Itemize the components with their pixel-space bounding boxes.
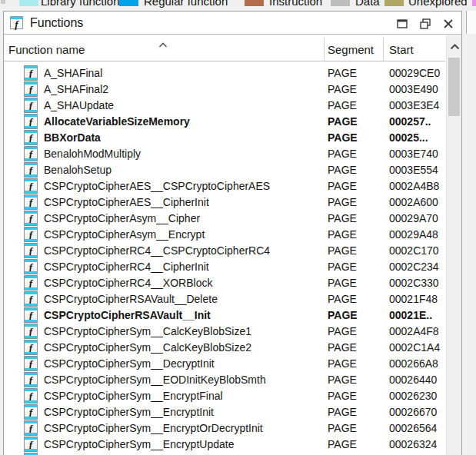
table-row[interactable]: fCSPCryptoCipherSym__EncryptOrDecryptIni… (4, 420, 445, 437)
function-start-address: 00021F48 (389, 291, 445, 307)
function-icon: f (24, 372, 38, 387)
column-divider[interactable] (324, 38, 325, 61)
function-segment: PAGE (328, 178, 381, 194)
function-segment: PAGE (328, 275, 381, 291)
function-segment: PAGE (328, 162, 381, 178)
function-start-address: 000257.. (389, 114, 445, 130)
function-name: CSPCryptoCipherSym__EncryptInit (44, 404, 322, 420)
table-row[interactable]: fCSPCryptoCipherRSAVault__DeletePAGE0002… (4, 291, 445, 307)
function-icon: f (24, 65, 38, 81)
function-segment: PAGE (328, 388, 381, 404)
legend-swatch-5 (472, 0, 476, 6)
function-name: A_SHAFinal (44, 65, 322, 81)
function-start-address: 0002C234 (389, 259, 445, 275)
table-header: Function name Segment Start (4, 35, 445, 61)
vertical-scrollbar[interactable] (446, 35, 461, 455)
function-icon: f (24, 114, 38, 129)
table-row[interactable]: fA_SHAFinal2PAGE0003E490 (4, 81, 445, 98)
function-segment: PAGE (328, 98, 381, 114)
function-name: CSPCryptoCipherRC4__XORBlock (44, 275, 322, 291)
table-row[interactable]: fCSPCryptoCipherAsym__CipherPAGE00029A70 (4, 211, 445, 227)
function-start-address: 00026670 (389, 404, 445, 420)
window-title: Functions (30, 16, 83, 30)
function-icon: f (24, 146, 38, 161)
function-start-address: 0002C1A4 (389, 340, 445, 356)
table-row[interactable]: fA_SHAUpdatePAGE0003E3E4 (4, 98, 445, 114)
function-name: BBXorData (44, 130, 322, 146)
function-segment: PAGE (328, 194, 381, 211)
table-row[interactable]: fCSPCryptoCipherSym__EncryptFinalPAGE000… (4, 388, 445, 404)
function-name: CSPCryptoCipherSym__EncryptUpdate (44, 437, 322, 453)
function-icon: f (24, 243, 38, 258)
table-row[interactable]: fCSPCryptoCipherAES__CSPCryptoCipherAESP… (4, 178, 445, 194)
column-divider[interactable] (383, 38, 384, 61)
function-list: fA_SHAFinalPAGE00029CE0fA_SHAFinal2PAGE0… (4, 65, 445, 455)
scrollbar-thumb[interactable] (448, 58, 460, 116)
function-name: CSPCryptoCipherAsym__Encrypt (44, 227, 322, 243)
legend-label: Library function (41, 0, 120, 8)
legend-swatch-0 (19, 0, 38, 6)
column-header-start[interactable]: Start (389, 35, 444, 61)
column-header-function-name[interactable]: Function name (8, 35, 322, 61)
table-row[interactable]: fCSPCryptoCipherSym__CalcKeyBlobSize2PAG… (4, 340, 445, 356)
table-row[interactable]: fCSPCryptoCipherRC4__CSPCryptoCipherRC4P… (4, 243, 445, 259)
functions-window: f Functions Function (3, 11, 462, 455)
legend-swatch-2 (245, 0, 264, 6)
function-start-address: 0002A600 (389, 194, 445, 211)
function-name: CSPCryptoCipherSym__EODInitKeyBlobSmth (44, 372, 322, 388)
legend-label: Regular function (144, 0, 228, 8)
function-name: CSPCryptoCipherSym__EncryptOrDecryptInit (44, 420, 322, 437)
table-row[interactable]: fCSPCryptoCipherSym__EODInitKeyBlobSmthP… (4, 372, 445, 388)
function-start-address: 00026440 (389, 372, 445, 388)
close-icon[interactable] (441, 17, 455, 31)
function-icon: f (24, 324, 38, 339)
table-row[interactable]: fBenalohModMultiplyPAGE0003E740 (4, 146, 445, 162)
function-start-address: 00025... (389, 130, 445, 146)
legend-label: Unexplored (408, 0, 468, 8)
table-row[interactable]: fCSPCryptoCipherAES__CipherInitPAGE0002A… (4, 194, 445, 211)
table-row[interactable]: fCSPCryptoCipherRC4__CipherInitPAGE0002C… (4, 259, 445, 275)
function-segment: PAGE (328, 340, 381, 356)
function-start-address: 0002C330 (389, 275, 445, 291)
function-name: A_SHAUpdate (44, 98, 322, 114)
table-row[interactable]: fBBXorDataPAGE00025... (4, 130, 445, 146)
function-start-address: 00026324 (389, 437, 445, 453)
legend-swatch-4 (384, 0, 404, 6)
function-name: CSPCryptoCipherAES__CSPCryptoCipherAES (44, 178, 322, 194)
function-icon: f (24, 420, 38, 436)
table-row[interactable]: fAllocateVariableSizeMemoryPAGE000257.. (4, 114, 445, 130)
maximize-button[interactable] (395, 17, 409, 31)
function-segment: PAGE (328, 324, 381, 340)
table-row[interactable]: fCSPCryptoCipherSym__CalcKeyBlobSize1PAG… (4, 324, 445, 340)
table-row[interactable]: fCSPCryptoCipherSym__EncryptInitPAGE0002… (4, 404, 445, 420)
function-start-address: 0002A4F8 (389, 324, 445, 340)
legend-partial-item (1, 0, 5, 4)
legend-label: Data (355, 0, 380, 8)
table-row[interactable]: fCSPCryptoCipherRSAVault__InitPAGE00021E… (4, 307, 445, 324)
legend-swatch-3 (331, 0, 350, 6)
function-name: CSPCryptoCipherSym__DecryptInit (44, 356, 322, 372)
table-row[interactable]: fCSPCryptoCipherSym__EncryptUpdatePAGE00… (4, 437, 445, 453)
function-segment: PAGE (328, 437, 381, 453)
adjacent-panel-edge (466, 11, 476, 34)
table-row[interactable]: fBenalohSetupPAGE0003E554 (4, 162, 445, 178)
table-row[interactable]: fA_SHAFinalPAGE00029CE0 (4, 65, 445, 81)
legend-label: Instruction (269, 0, 322, 8)
function-start-address: 00026230 (389, 388, 445, 404)
scroll-up-icon[interactable] (447, 40, 462, 54)
function-icon: f (24, 227, 38, 242)
column-header-segment[interactable]: Segment (328, 35, 381, 61)
functions-window-titlebar[interactable]: f Functions (4, 12, 461, 35)
table-row[interactable]: fCSPCryptoCipherAsym__EncryptPAGE00029A4… (4, 227, 445, 243)
function-start-address: 0003E3E4 (389, 98, 445, 114)
function-start-address: 00026564 (389, 420, 445, 437)
function-name: CSPCryptoCipherSym__CalcKeyBlobSize2 (44, 340, 322, 356)
color-legend-bar: Library functionRegular functionInstruct… (0, 0, 476, 10)
function-segment: PAGE (328, 227, 381, 243)
function-name: CSPCryptoCipherRC4__CipherInit (44, 259, 322, 275)
table-row[interactable]: fCSPCryptoCipherRC4__XORBlockPAGE0002C33… (4, 275, 445, 291)
table-row[interactable]: fCSPCryptoCipherSym__DecryptInitPAGE0002… (4, 356, 445, 372)
legend-swatch-1 (119, 0, 138, 6)
restore-button[interactable] (418, 17, 432, 31)
function-start-address: 0002C170 (389, 243, 445, 259)
